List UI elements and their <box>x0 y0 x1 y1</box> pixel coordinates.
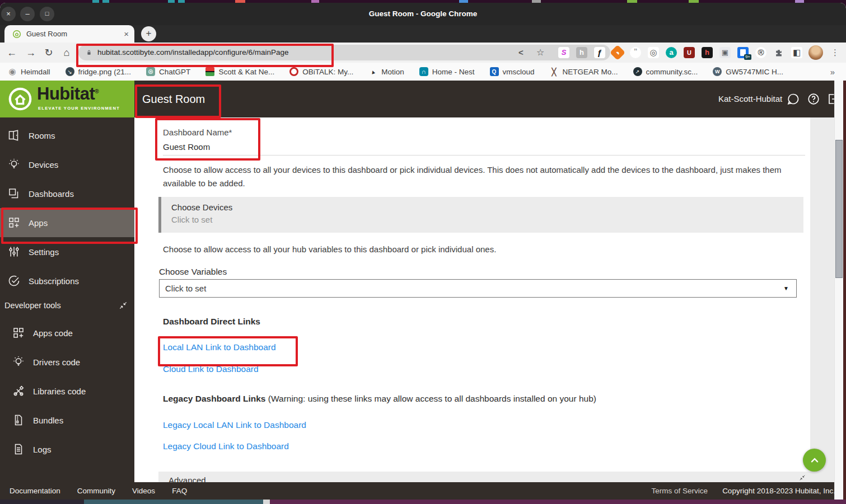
collapse-icon[interactable] <box>119 301 128 310</box>
bookmark-vmscloud[interactable]: Qvmscloud <box>490 67 535 76</box>
bookmark-label: Scott & Kat Ne... <box>218 68 274 76</box>
profile-avatar[interactable] <box>808 45 823 60</box>
developer-tools-header[interactable]: Developer tools <box>0 295 134 315</box>
hubitat-header: Hubitat® ELEVATE YOUR ENVIRONMENT Guest … <box>0 81 843 117</box>
scroll-to-top-button[interactable] <box>803 449 826 472</box>
netgear-favicon-icon: ╳ <box>550 67 559 76</box>
sidebar-item-subscriptions[interactable]: Subscriptions <box>0 266 134 295</box>
sidebar-item-settings[interactable]: Settings <box>0 237 134 266</box>
window-titlebar[interactable]: × – □ Guest Room - Google Chrome <box>0 3 846 25</box>
bundles-zip-icon <box>12 413 25 427</box>
local-lan-link[interactable]: Local LAN Link to Dashboard <box>163 342 276 352</box>
choose-devices-title: Choose Devices <box>171 202 232 212</box>
sidebar-item-devices[interactable]: Devices <box>0 150 134 179</box>
hubitat-footer: Documentation Community Videos FAQ Terms… <box>0 482 843 500</box>
forward-icon[interactable]: → <box>24 43 38 63</box>
stylus-extension-icon[interactable]: S <box>558 47 569 58</box>
nest-favicon-icon: ∩ <box>419 67 428 76</box>
sidebar-item-apps-code[interactable]: Apps code <box>0 318 134 347</box>
reading-list-extension-icon[interactable]: 9+ <box>737 47 749 58</box>
chevron-down-icon: ▼ <box>783 280 789 297</box>
sidebar-item-libraries-code[interactable]: Libraries code <box>0 376 134 406</box>
dark-mode-extension-icon[interactable]: ◧ <box>791 47 802 58</box>
tab-close-icon[interactable]: × <box>124 29 129 39</box>
bookmark-label: vmscloud <box>503 68 535 76</box>
cloud-link[interactable]: Cloud Link to Dashboard <box>163 364 259 374</box>
apps-code-icon <box>12 326 25 340</box>
page-scrollbar[interactable] <box>834 81 843 500</box>
footer-link-faq[interactable]: FAQ <box>172 487 187 495</box>
hubitat-logo[interactable]: Hubitat® ELEVATE YOUR ENVIRONMENT <box>0 81 134 117</box>
bookmark-heimdall[interactable]: ◉Heimdall <box>8 67 50 76</box>
bookmark-fridge[interactable]: ↘fridge.png (21... <box>66 67 132 76</box>
webcam-extension-icon[interactable]: ◎ <box>648 47 659 58</box>
bookmark-chatgpt[interactable]: ⊛ChatGPT <box>146 67 190 76</box>
bookmark-label: OBiTALK: My... <box>302 68 353 76</box>
bookmark-wordpress[interactable]: WGW5747MIC H... <box>713 67 783 76</box>
chrome-menu-icon[interactable]: ⋮ <box>831 43 839 63</box>
sidebar-item-rooms[interactable]: Rooms <box>0 121 134 150</box>
back-icon[interactable]: ← <box>4 43 19 63</box>
sidebar-item-dashboards[interactable]: Dashboards <box>0 179 134 208</box>
honey-extension-icon[interactable]: h <box>702 47 713 58</box>
choose-variables-dropdown[interactable]: Click to set ▼ <box>159 279 797 298</box>
home-icon[interactable]: ⌂ <box>59 43 74 63</box>
notification-badge: 9+ <box>744 54 751 60</box>
page-title: Guest Room <box>142 81 205 117</box>
gnome-shell-extension-icon[interactable]: ƒ <box>594 47 605 58</box>
advanced-panel[interactable]: Advanced <box>158 472 810 482</box>
amazon-assistant-extension-icon[interactable]: a <box>666 47 677 58</box>
sidebar-item-bundles[interactable]: Bundles <box>0 406 134 435</box>
bookmark-scott-kat[interactable]: Scott & Kat Ne... <box>205 67 274 76</box>
collapse-icon[interactable] <box>799 474 806 481</box>
bookmark-community[interactable]: ↗community.sc... <box>633 67 698 76</box>
sidebar-item-label: Devices <box>29 160 58 169</box>
ublock-origin-extension-icon[interactable]: U <box>684 47 695 58</box>
chat-icon[interactable] <box>787 92 800 106</box>
reload-icon[interactable]: ↻ <box>41 43 56 63</box>
legacy-warning: (Warning: using these links may allow ac… <box>268 394 596 403</box>
terms-of-service-link[interactable]: Terms of Service <box>652 487 708 495</box>
hover-zoom-extension-icon[interactable]: h <box>576 47 587 58</box>
hub-name: Kat-Scott-Hubitat <box>718 81 782 117</box>
bookmarks-overflow-icon[interactable]: » <box>830 67 835 77</box>
sidebar-item-logs[interactable]: Logs <box>0 435 134 464</box>
bookmark-obitalk[interactable]: OBiTALK: My... <box>289 67 353 76</box>
footer-link-videos[interactable]: Videos <box>132 487 155 495</box>
main-content: Dashboard Name* Guest Room Choose to all… <box>134 117 843 482</box>
footer-link-documentation[interactable]: Documentation <box>10 487 60 495</box>
desktop-fragment <box>84 500 263 504</box>
input-underline <box>163 155 805 156</box>
sidebar-item-apps[interactable]: Apps <box>0 208 134 237</box>
registered-extension-icon[interactable]: ® <box>755 47 766 58</box>
heimdall-favicon-icon: ◉ <box>8 67 17 76</box>
scrollbar-thumb[interactable] <box>835 140 843 278</box>
remote-desktop-extension-icon[interactable]: ▣ <box>719 47 731 58</box>
extensions-puzzle-icon[interactable] <box>773 47 784 58</box>
url-bar[interactable]: hubitat.scottibyte.com/installedapp/conf… <box>78 45 610 60</box>
bookmark-motion[interactable]: ▲Motion <box>368 67 404 76</box>
hangouts-extension-icon[interactable]: ” <box>630 47 641 58</box>
dashboard-name-value[interactable]: Guest Room <box>163 142 210 152</box>
window-title: Guest Room - Google Chrome <box>0 3 846 25</box>
new-tab-button[interactable]: + <box>141 26 156 41</box>
help-icon[interactable] <box>807 92 820 106</box>
bookmark-netgear[interactable]: ╳NETGEAR Mo... <box>550 67 618 76</box>
legacy-cloud-link[interactable]: Legacy Cloud Link to Dashboard <box>163 441 289 451</box>
wordpress-favicon-icon: W <box>713 67 722 76</box>
choose-devices-button[interactable]: Choose Devices Click to set <box>158 197 803 233</box>
rss-extension-icon[interactable]: ◗ <box>610 45 625 60</box>
obitalk-favicon-icon <box>289 67 298 76</box>
legacy-local-lan-link[interactable]: Legacy Local LAN Link to Dashboard <box>163 420 306 430</box>
choose-variables-label: Choose Variables <box>159 267 227 277</box>
url-text[interactable]: hubitat.scottibyte.com/installedapp/conf… <box>97 45 288 60</box>
bookmark-label: Heimdall <box>21 68 50 76</box>
bookmark-home-nest[interactable]: ∩Home - Nest <box>419 67 475 76</box>
share-icon[interactable]: < <box>518 45 524 60</box>
sidebar-item-drivers-code[interactable]: Drivers code <box>0 347 134 376</box>
browser-tab[interactable]: Guest Room × <box>4 25 134 43</box>
bookmark-star-icon[interactable]: ☆ <box>536 45 544 60</box>
desktop-fragment <box>270 500 846 504</box>
registered-mark: ® <box>95 88 99 95</box>
footer-link-community[interactable]: Community <box>77 487 115 495</box>
